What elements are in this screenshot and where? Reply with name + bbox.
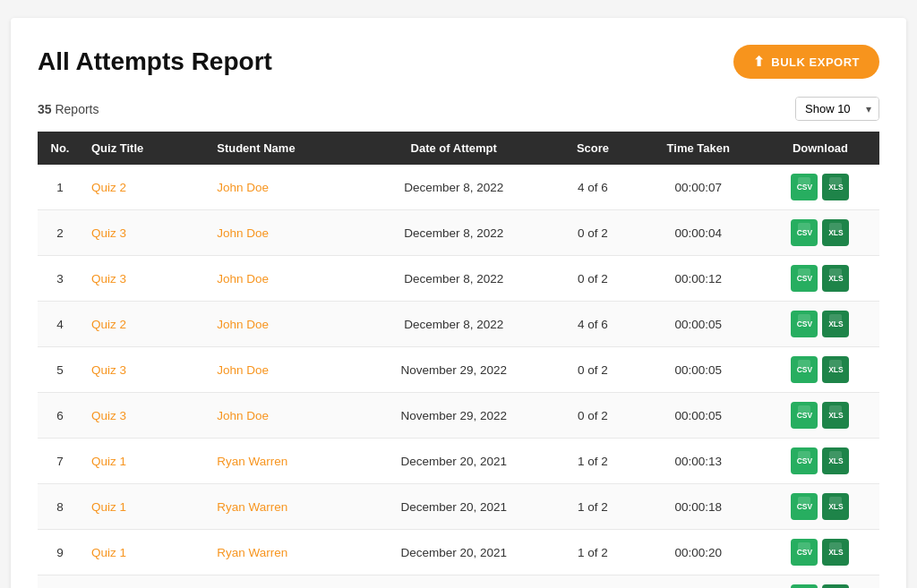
csv-download-button[interactable]: CSV <box>791 311 818 337</box>
csv-label: CSV <box>797 183 812 192</box>
cell-date: December 20, 2021 <box>357 439 550 484</box>
download-icons: CSV XLS <box>770 219 870 246</box>
quiz-link[interactable]: Quiz 1 <box>91 455 126 468</box>
cell-score: 1 of 2 <box>550 530 635 575</box>
cell-date: December 20, 2021 <box>357 575 550 589</box>
xls-label: XLS <box>828 274 844 283</box>
xls-label: XLS <box>828 548 844 557</box>
cell-date: December 8, 2022 <box>357 256 550 302</box>
student-link[interactable]: John Doe <box>217 181 269 194</box>
xls-download-button[interactable]: XLS <box>822 356 849 383</box>
quiz-link[interactable]: Quiz 3 <box>91 272 126 285</box>
quiz-link[interactable]: Quiz 2 <box>91 318 126 331</box>
table-row: 2 Quiz 3 John Doe December 8, 2022 0 of … <box>38 210 879 256</box>
xls-label: XLS <box>828 411 844 420</box>
table-body: 1 Quiz 2 John Doe December 8, 2022 4 of … <box>38 165 879 588</box>
cell-student: John Doe <box>208 165 357 210</box>
cell-no: 3 <box>38 256 82 302</box>
xls-download-button[interactable]: XLS <box>822 265 849 292</box>
csv-label: CSV <box>797 502 812 511</box>
cell-quiz: Quiz 3 <box>82 210 208 256</box>
cell-date: December 8, 2022 <box>357 302 550 347</box>
xls-label: XLS <box>828 228 844 237</box>
header-row: All Attempts Report ⬆ BULK EXPORT <box>38 45 879 79</box>
csv-download-button[interactable]: CSV <box>791 584 818 588</box>
cell-quiz: Quiz 3 <box>82 256 208 302</box>
csv-download-button[interactable]: CSV <box>791 447 818 474</box>
csv-download-button[interactable]: CSV <box>791 493 818 520</box>
csv-download-button[interactable]: CSV <box>791 539 818 566</box>
student-link[interactable]: John Doe <box>217 409 269 422</box>
cell-no: 1 <box>38 165 82 210</box>
xls-download-button[interactable]: XLS <box>822 174 849 200</box>
student-link[interactable]: Ryan Warren <box>217 455 287 468</box>
cell-time: 00:00:07 <box>636 165 761 210</box>
bulk-export-button[interactable]: ⬆ BULK EXPORT <box>733 45 879 79</box>
cell-download: CSV XLS <box>761 302 879 347</box>
export-icon: ⬆ <box>753 54 766 70</box>
cell-time: 00:00:04 <box>636 210 761 256</box>
col-time: Time Taken <box>636 132 761 165</box>
cell-quiz: Quiz 1 <box>82 484 208 530</box>
xls-download-button[interactable]: XLS <box>822 447 849 474</box>
cell-time: 00:00:12 <box>636 256 761 302</box>
subheader-row: 35 Reports Show 10 Show 25 Show 50 Show … <box>38 97 879 121</box>
csv-download-button[interactable]: CSV <box>791 174 818 200</box>
page-title: All Attempts Report <box>38 47 272 76</box>
csv-download-button[interactable]: CSV <box>791 219 818 246</box>
cell-quiz: Quiz 2 <box>82 302 208 347</box>
csv-label: CSV <box>797 274 812 283</box>
download-icons: CSV XLS <box>770 402 870 429</box>
xls-download-button[interactable]: XLS <box>822 539 849 566</box>
cell-quiz: Quiz 1 <box>82 530 208 575</box>
quiz-link[interactable]: Quiz 3 <box>91 363 126 377</box>
col-quiz-title: Quiz Title <box>82 132 208 165</box>
xls-download-button[interactable]: XLS <box>822 219 849 246</box>
quiz-link[interactable]: Quiz 2 <box>91 181 126 194</box>
cell-date: December 20, 2021 <box>357 530 550 575</box>
csv-download-button[interactable]: CSV <box>791 356 818 383</box>
cell-date: November 29, 2022 <box>357 393 550 439</box>
cell-no: 10 <box>38 575 82 589</box>
cell-student: Ryan Warren <box>208 439 357 484</box>
student-link[interactable]: Ryan Warren <box>217 546 287 559</box>
cell-download: CSV XLS <box>761 439 879 484</box>
cell-score: 8 of 13 <box>550 575 635 589</box>
xls-download-button[interactable]: XLS <box>822 584 849 588</box>
attempts-table: No. Quiz Title Student Name Date of Atte… <box>38 132 879 588</box>
quiz-link[interactable]: Quiz 3 <box>91 409 126 422</box>
download-icons: CSV XLS <box>770 265 870 292</box>
student-link[interactable]: John Doe <box>217 318 269 331</box>
student-link[interactable]: John Doe <box>217 363 269 377</box>
cell-no: 5 <box>38 347 82 393</box>
cell-time: 00:00:13 <box>636 439 761 484</box>
student-link[interactable]: John Doe <box>217 226 269 240</box>
download-icons: CSV XLS <box>770 584 870 588</box>
quiz-link[interactable]: Quiz 1 <box>91 546 126 559</box>
cell-student: John Doe <box>208 393 357 439</box>
cell-student: Ryan Warren <box>208 575 357 589</box>
cell-student: John Doe <box>208 210 357 256</box>
cell-student: John Doe <box>208 256 357 302</box>
cell-no: 2 <box>38 210 82 256</box>
quiz-link[interactable]: Quiz 1 <box>91 500 126 514</box>
table-row: 7 Quiz 1 Ryan Warren December 20, 2021 1… <box>38 439 879 484</box>
csv-download-button[interactable]: CSV <box>791 402 818 429</box>
xls-download-button[interactable]: XLS <box>822 311 849 337</box>
student-link[interactable]: John Doe <box>217 272 269 285</box>
student-link[interactable]: Ryan Warren <box>217 500 287 514</box>
cell-student: John Doe <box>208 347 357 393</box>
cell-download: CSV XLS <box>761 575 879 589</box>
show-select[interactable]: Show 10 Show 25 Show 50 Show 100 <box>796 98 878 120</box>
cell-time: 00:00:05 <box>636 347 761 393</box>
csv-download-button[interactable]: CSV <box>791 265 818 292</box>
cell-download: CSV XLS <box>761 210 879 256</box>
cell-download: CSV XLS <box>761 165 879 210</box>
quiz-link[interactable]: Quiz 3 <box>91 226 126 240</box>
xls-download-button[interactable]: XLS <box>822 402 849 429</box>
cell-score: 0 of 2 <box>550 256 635 302</box>
cell-date: December 20, 2021 <box>357 484 550 530</box>
cell-score: 1 of 2 <box>550 484 635 530</box>
xls-download-button[interactable]: XLS <box>822 493 849 520</box>
cell-quiz: Quiz 2 <box>82 165 208 210</box>
